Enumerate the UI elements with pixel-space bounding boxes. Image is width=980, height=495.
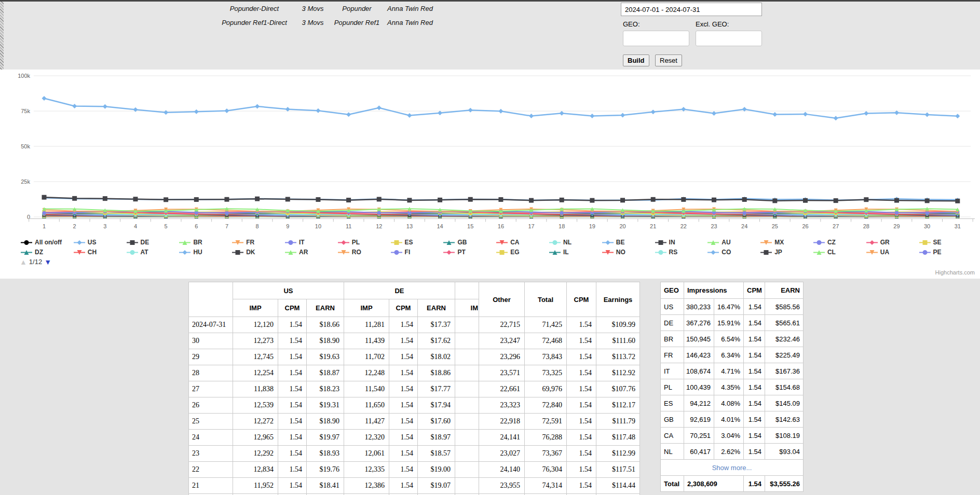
us-earn-cell: $18.87 (307, 365, 344, 381)
legend-item-PE[interactable]: PE (919, 248, 972, 257)
cpm-cell: 1.54 (744, 363, 765, 379)
other-cell: 22,918 (479, 414, 525, 430)
cpm-cell: 1.54 (567, 333, 596, 349)
earn-cell: $225.49 (765, 347, 804, 363)
legend-item-BE[interactable]: BE (602, 238, 655, 247)
campaign-name: Popunder-Direct (215, 3, 293, 15)
legend-item-PT[interactable]: PT (443, 248, 496, 257)
series-marker (681, 197, 686, 202)
de-earn-cell: $17.60 (418, 414, 455, 430)
legend-item-ES[interactable]: ES (391, 238, 444, 247)
series-marker (288, 240, 293, 245)
series-marker (164, 197, 168, 202)
legend-item-AT[interactable]: AT (127, 248, 180, 257)
legend-item-IL[interactable]: IL (549, 248, 602, 257)
legend-item-CH[interactable]: CH (74, 248, 127, 257)
series-marker (407, 198, 412, 202)
legend-item-FI[interactable]: FI (391, 248, 444, 257)
table-row: 2512,2721.54$18.9011,4271.54$17.6022,918… (189, 414, 640, 430)
legend-item-US[interactable]: US (74, 238, 127, 247)
circle-marker-icon (21, 240, 32, 245)
legend-item-GR[interactable]: GR (866, 238, 919, 247)
legend-item-SE[interactable]: SE (919, 238, 972, 247)
earnings-cell: $112.17 (596, 397, 640, 414)
date-cell: 30 (189, 333, 233, 349)
geo-input[interactable] (623, 31, 689, 46)
legend-item-IN[interactable]: IN (655, 238, 708, 247)
legend-item-AR[interactable]: AR (285, 248, 338, 257)
reset-button[interactable]: Reset (655, 54, 682, 66)
us-cpm-cell: 1.54 (278, 462, 307, 478)
legend-item-AU[interactable]: AU (707, 238, 760, 247)
geo-summary-table: GEOImpressionsCPMEARN US380,23316.47%1.5… (660, 282, 804, 492)
legend-item-HU[interactable]: HU (179, 248, 232, 257)
series-marker (742, 197, 747, 202)
x-axis-tick-label: 17 (528, 223, 534, 229)
legend-item-FR[interactable]: FR (232, 238, 285, 247)
legend-item-RO[interactable]: RO (338, 248, 391, 257)
cpm-cell: 1.54 (744, 411, 765, 428)
show-more-link[interactable]: Show more... (661, 460, 804, 476)
legend-page-down-icon[interactable]: ▼ (44, 258, 51, 266)
square-marker-icon (919, 240, 931, 245)
triangle-marker-icon (285, 250, 296, 255)
circle-marker-icon (127, 250, 138, 255)
geo-group-header-DE: DE (344, 282, 455, 299)
series-marker (130, 250, 134, 255)
impressions-share-cell: 4.35% (714, 379, 744, 395)
x-axis-tick-label: 23 (711, 223, 717, 229)
impressions-cell: 70,251 (684, 428, 714, 444)
legend-item-PL[interactable]: PL (338, 238, 391, 247)
table-row: 2612,5391.54$19.3111,6501.54$17.9423,323… (189, 397, 640, 414)
legend-item-DK[interactable]: DK (232, 248, 285, 257)
excl-geo-input[interactable] (696, 31, 762, 46)
de-cpm-cell: 1.54 (389, 397, 418, 414)
legend-item-CZ[interactable]: CZ (813, 238, 866, 247)
legend-item-BR[interactable]: BR (179, 238, 232, 247)
build-button[interactable]: Build (623, 54, 649, 66)
legend-item-JP[interactable]: JP (760, 248, 813, 257)
de-imp-cell: 11,439 (344, 333, 389, 349)
circle-marker-icon (285, 240, 296, 245)
date-range-input[interactable] (621, 3, 762, 16)
series-marker (620, 198, 625, 202)
geo-cell: DE (661, 315, 684, 331)
legend-item-All-on-off[interactable]: All on/off (21, 238, 74, 247)
other-cell: 24,141 (479, 430, 525, 446)
circle-marker-icon (391, 250, 402, 255)
total-cell: 69,976 (525, 381, 567, 397)
legend-page-up-icon[interactable]: ▲ (20, 258, 27, 266)
legend-item-UA[interactable]: UA (866, 248, 919, 257)
diamond-marker-icon (443, 250, 455, 255)
geo-cell: FR (661, 347, 684, 363)
legend-item-EG[interactable]: EG (496, 248, 549, 257)
legend-item-NL[interactable]: NL (549, 238, 602, 247)
x-axis-tick-label: 18 (559, 223, 565, 229)
legend-item-IT[interactable]: IT (285, 238, 338, 247)
legend-item-DE[interactable]: DE (127, 238, 180, 247)
legend-label: GR (880, 239, 890, 246)
legend-item-GB[interactable]: GB (443, 238, 496, 247)
legend-item-CO[interactable]: CO (707, 248, 760, 257)
legend-item-NO[interactable]: NO (602, 248, 655, 257)
legend-item-DZ[interactable]: DZ (21, 248, 74, 257)
series-marker (447, 250, 452, 255)
highcharts-credits-link[interactable]: Highcharts.com (935, 269, 975, 276)
series-marker (316, 108, 320, 113)
diamond-marker-icon (74, 240, 85, 245)
show-more-row: Show more... (661, 460, 804, 476)
diamond-marker-icon (179, 250, 190, 255)
legend-item-RS[interactable]: RS (655, 248, 708, 257)
diamond-marker-icon (338, 240, 349, 245)
legend-item-CA[interactable]: CA (496, 238, 549, 247)
date-cell: 26 (189, 397, 233, 414)
series-marker (590, 198, 594, 203)
triangle-marker-icon (179, 240, 190, 245)
legend-item-MX[interactable]: MX (760, 238, 813, 247)
legend-item-CL[interactable]: CL (813, 248, 866, 257)
clipped-imp-header: IM (455, 299, 479, 317)
circle-marker-icon (549, 240, 561, 245)
triangle-marker-icon (813, 250, 825, 255)
legend-label: NO (616, 249, 625, 256)
legend-label: IL (563, 249, 569, 256)
